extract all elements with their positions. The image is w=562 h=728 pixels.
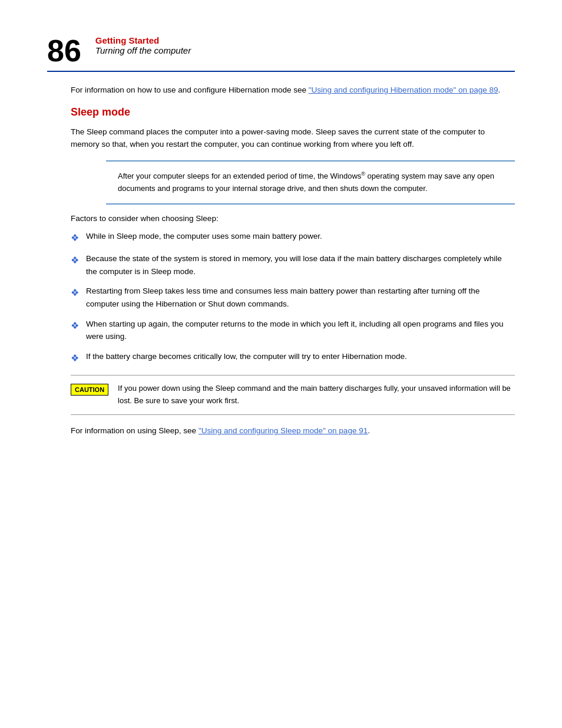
intro-text-before: For information on how to use and config… [71,85,309,94]
caution-label: CAUTION [71,384,108,396]
list-item: ❖ If the battery charge becomes critical… [71,350,515,366]
list-item-text: If the battery charge becomes critically… [86,350,407,363]
bullet-diamond-icon: ❖ [71,230,79,246]
hibernation-link[interactable]: "Using and configuring Hibernation mode"… [309,85,498,94]
list-item: ❖ Because the state of the system is sto… [71,252,515,278]
note-box: After your computer sleeps for an extend… [106,160,515,205]
list-item-text: Restarting from Sleep takes less time an… [86,285,515,310]
bullet-diamond-icon: ❖ [71,285,79,301]
list-item: ❖ Restarting from Sleep takes less time … [71,285,515,310]
bullet-diamond-icon: ❖ [71,253,79,268]
list-item: ❖ When starting up again, the computer r… [71,318,515,343]
content-area: For information on how to use and config… [47,84,515,437]
caution-text: If you power down using the Sleep comman… [118,383,515,407]
note-text-before: After your computer sleeps for an extend… [118,172,361,180]
chapter-title: Getting Started [95,35,191,45]
list-item-text: Because the state of the system is store… [86,252,515,278]
sleep-mode-body: The Sleep command places the computer in… [71,126,515,151]
list-item-text: When starting up again, the computer ret… [86,318,515,343]
list-item-text: While in Sleep mode, the computer uses s… [86,230,322,243]
sleep-mode-title: Sleep mode [71,106,515,118]
header-text-block: Getting Started Turning off the computer [95,35,191,55]
section-subtitle: Turning off the computer [95,45,191,55]
sleep-link[interactable]: "Using and configuring Sleep mode" on pa… [199,426,368,435]
factors-intro: Factors to consider when choosing Sleep: [71,214,515,223]
page: 86 Getting Started Turning off the compu… [0,0,562,473]
list-item: ❖ While in Sleep mode, the computer uses… [71,230,515,246]
footer-text-before: For information on using Sleep, see [71,426,199,435]
intro-text-after: . [498,85,501,94]
registered-trademark: ® [361,171,365,177]
footer-paragraph: For information on using Sleep, see "Usi… [71,424,515,437]
factors-list: ❖ While in Sleep mode, the computer uses… [71,230,515,366]
page-number: 86 [47,35,81,66]
page-header: 86 Getting Started Turning off the compu… [47,35,515,72]
bullet-diamond-icon: ❖ [71,351,79,366]
footer-text-after: . [368,426,370,435]
intro-paragraph: For information on how to use and config… [71,84,515,97]
caution-box: CAUTION If you power down using the Slee… [71,375,515,415]
bullet-diamond-icon: ❖ [71,318,79,334]
